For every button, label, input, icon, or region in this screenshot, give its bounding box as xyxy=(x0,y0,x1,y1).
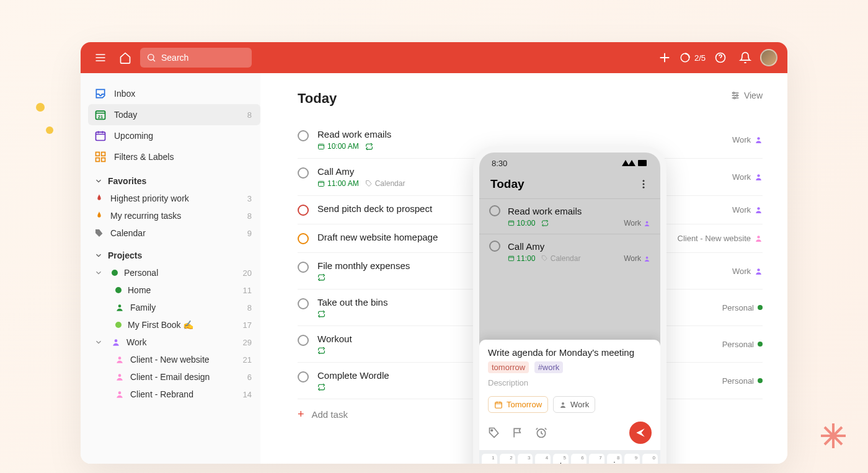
search-input[interactable]: Search xyxy=(140,48,252,68)
task-checkbox[interactable] xyxy=(298,262,309,273)
send-button[interactable] xyxy=(629,422,652,444)
svg-point-12 xyxy=(118,356,122,360)
phone-composer: Write agenda for Monday's meeting tomorr… xyxy=(479,340,660,464)
task-project[interactable]: Personal xyxy=(722,303,763,312)
svg-point-23 xyxy=(757,236,760,238)
svg-point-11 xyxy=(115,339,118,342)
task-project[interactable]: Work xyxy=(732,135,763,144)
task-checkbox[interactable] xyxy=(298,371,309,382)
nav-inbox[interactable]: Inbox xyxy=(88,83,260,104)
recur-icon xyxy=(365,143,373,151)
more-icon[interactable] xyxy=(638,179,649,190)
projects-header[interactable]: Projects xyxy=(88,242,260,264)
keyboard-key[interactable]: e3 xyxy=(518,454,533,464)
phone-task-row[interactable]: Call Amy 11:00 CalendarWork xyxy=(479,234,660,269)
svg-point-30 xyxy=(646,221,649,223)
calendar-icon xyxy=(494,400,503,409)
search-placeholder: Search xyxy=(161,53,188,63)
nav-today[interactable]: 21Today8 xyxy=(88,104,260,125)
nav-count: 8 xyxy=(247,110,252,120)
composer-date-chip[interactable]: tomorrow xyxy=(488,361,529,373)
task-checkbox[interactable] xyxy=(298,233,309,244)
phone-task-checkbox[interactable] xyxy=(489,205,500,216)
notification-icon[interactable] xyxy=(735,48,755,68)
task-checkbox[interactable] xyxy=(298,167,309,179)
task-title: Read work emails xyxy=(317,129,724,139)
project-item[interactable]: Work29 xyxy=(88,334,260,351)
phone-header: Today xyxy=(479,171,660,198)
person-icon xyxy=(112,338,120,347)
svg-text:21: 21 xyxy=(98,114,103,120)
phone-task-project: Work xyxy=(624,254,650,263)
task-project[interactable]: Work xyxy=(732,267,763,276)
date-pill[interactable]: Tomorrow xyxy=(488,396,548,413)
favorite-item[interactable]: My recurring tasks8 xyxy=(88,207,260,224)
task-project[interactable]: Personal xyxy=(722,340,763,349)
menu-icon[interactable] xyxy=(91,48,110,68)
favorites-header[interactable]: Favorites xyxy=(88,167,260,190)
svg-rect-9 xyxy=(102,158,105,162)
flag-icon[interactable] xyxy=(512,427,524,439)
task-project[interactable]: Personal xyxy=(722,376,763,386)
help-icon[interactable] xyxy=(711,48,730,68)
nav-label: Inbox xyxy=(114,89,135,99)
recur-icon xyxy=(317,347,326,355)
task-checkbox[interactable] xyxy=(298,130,309,141)
project-item[interactable]: Client - New website21 xyxy=(88,351,260,368)
project-item[interactable]: Client - Rebrand14 xyxy=(88,386,260,403)
project-label: Client - Email design xyxy=(130,372,210,382)
nav-upcoming[interactable]: Upcoming xyxy=(88,125,260,146)
task-checkbox[interactable] xyxy=(298,298,309,309)
sliders-icon xyxy=(730,91,740,100)
composer-title[interactable]: Write agenda for Monday's meeting xyxy=(488,347,652,358)
keyboard-key[interactable]: t5 xyxy=(553,454,569,464)
person-icon xyxy=(115,390,124,399)
tag-icon[interactable] xyxy=(488,427,500,439)
svg-rect-6 xyxy=(96,153,100,156)
favorite-label: My recurring tasks xyxy=(110,211,181,221)
keyboard-key[interactable]: p0 xyxy=(642,454,658,464)
favorite-item[interactable]: Highest priority work3 xyxy=(88,190,260,207)
task-project[interactable]: Work xyxy=(732,172,763,182)
task-checkbox[interactable] xyxy=(298,335,309,346)
keyboard-key[interactable]: y6 xyxy=(571,454,587,464)
project-item[interactable]: Family8 xyxy=(88,299,260,316)
nav-label: Upcoming xyxy=(114,131,153,141)
project-item[interactable]: Client - Email design6 xyxy=(88,368,260,386)
svg-point-26 xyxy=(643,180,645,182)
svg-rect-33 xyxy=(495,402,502,407)
keyboard-key[interactable]: i8 xyxy=(607,454,622,464)
task-label: Calendar xyxy=(365,179,405,188)
favorite-item[interactable]: Calendar9 xyxy=(88,224,260,242)
keyboard-key[interactable]: w2 xyxy=(500,454,515,464)
project-item[interactable]: My First Book ✍️17 xyxy=(88,316,260,334)
task-project[interactable]: Work xyxy=(732,205,763,214)
alarm-icon[interactable] xyxy=(535,427,547,439)
phone-task-project: Work xyxy=(624,219,650,228)
task-checkbox[interactable] xyxy=(298,205,309,216)
phone-task-checkbox[interactable] xyxy=(489,241,500,252)
home-icon[interactable] xyxy=(115,48,135,68)
keyboard-key[interactable]: u7 xyxy=(589,454,604,464)
composer-project-chip[interactable]: #work xyxy=(534,361,564,373)
keyboard-key[interactable]: o9 xyxy=(624,454,640,464)
avatar[interactable] xyxy=(760,49,777,66)
sidebar: Inbox21Today8UpcomingFilters & Labels Fa… xyxy=(81,73,260,464)
project-count: 6 xyxy=(247,373,252,382)
project-item[interactable]: Home11 xyxy=(88,281,260,299)
nav-filters[interactable]: Filters & Labels xyxy=(88,146,260,167)
usage-indicator[interactable]: 2/5 xyxy=(680,52,706,63)
keyboard-key[interactable]: q1 xyxy=(482,454,497,464)
project-pill[interactable]: Work xyxy=(553,396,595,413)
person-icon xyxy=(115,373,124,381)
keyboard-key[interactable]: r4 xyxy=(535,454,551,464)
phone-task-time: 10:00 xyxy=(508,219,535,228)
add-icon[interactable] xyxy=(655,48,675,68)
phone-task-row[interactable]: Read work emails 10:00 Work xyxy=(479,198,660,234)
composer-description[interactable]: Description xyxy=(488,378,652,387)
task-project[interactable]: Client - New website xyxy=(678,234,763,243)
favorite-icon xyxy=(94,211,104,221)
view-button[interactable]: View xyxy=(730,91,763,100)
project-label: Family xyxy=(130,303,156,312)
project-item[interactable]: Personal20 xyxy=(88,264,260,281)
